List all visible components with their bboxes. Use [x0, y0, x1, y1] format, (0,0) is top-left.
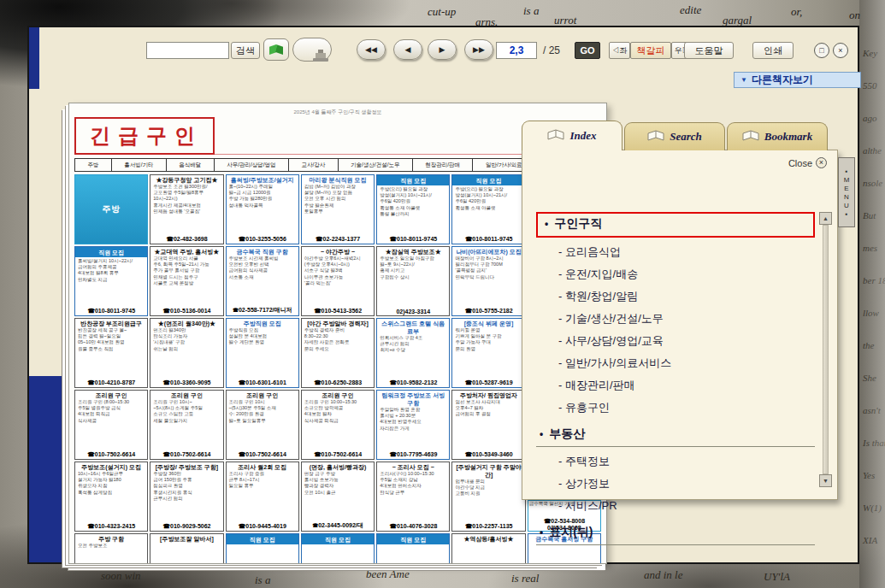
menu-section-title[interactable]: •부동산 [536, 424, 815, 447]
ad-cell[interactable]: 조리원 구인조리원 구인 10시~(5시)30분 주5일 소재수: 200만원 … [226, 390, 299, 460]
menu-strip[interactable]: ▪MENU▪ [838, 157, 855, 227]
ad-cell[interactable]: 조리원 구인조리원 구인 10시~~5시(8시) 소계절 주5일소규모 스팀한 … [150, 390, 223, 460]
menu-item[interactable]: - 상가정보 [558, 476, 815, 491]
ad-cell[interactable]: 조리사 월2회 모집조리사 구함 증원근무 8시~17시일요일 휴무☎010-9… [226, 462, 299, 532]
tab-bookmark[interactable]: Bookmark [727, 122, 828, 150]
ad-cell[interactable]: 직원 모집 [226, 533, 299, 564]
bookmark-button[interactable]: 책갈피 [630, 42, 671, 59]
ad-cell[interactable]: 나비(아뜨리에포차) 모집매장비어 구함 8시~2시월리첨부터 구함 700M'… [451, 246, 525, 316]
index-menu: •구인구직- 요리음식업- 운전/지입/배송- 학원/창업/알림- 기술/생산/… [536, 212, 815, 554]
ad-phone: ☎010-6301-6101 [228, 379, 297, 386]
book-view-button[interactable] [263, 38, 289, 61]
menu-item[interactable]: - 매장관리/판매 [558, 378, 815, 393]
ad-title: 마리왕 분식직원 모집 [304, 176, 372, 184]
ad-cell[interactable]: [주방설거지 구함 주말야간]업무내용 문의야간수당 지급교통비 지원☎010-… [451, 462, 525, 532]
ad-line: 식사제공 퇴직금 [304, 418, 372, 424]
menu-item[interactable]: - 주택정보 [558, 454, 815, 469]
bg-text-fragment: or, [791, 5, 802, 19]
ad-cell[interactable]: ~ 조리사 모집 ~조리사(구이) 10:00~15:30주5일 소재지 강남4… [376, 462, 450, 532]
next-page-button[interactable]: ▶ [428, 39, 457, 60]
menu-item[interactable]: - 일반/가사/의료서비스 [558, 356, 815, 371]
ad-phone: ☎010-5349-3460 [454, 451, 522, 458]
menu-item[interactable]: - 유흥구인 [558, 400, 815, 415]
scroll-down-button[interactable]: ▼ [819, 474, 832, 487]
ad-cell[interactable]: [주방보조잘 알바서] [150, 533, 223, 564]
ad-line: 자리잡은 가게 [379, 426, 447, 432]
category-marker[interactable]: 주방 [74, 174, 148, 244]
ad-line: 월~금 시급 12000원 [228, 190, 297, 196]
ad-title: ★잠실역 주방보조★ [379, 248, 447, 256]
menu-section-title[interactable]: •구인구직 [536, 212, 815, 238]
ad-cell[interactable]: 조리원 구인조리원 구인 10:00~15:30소규모한 방학제공4대보험 월차… [301, 390, 375, 460]
dropdown-arrow-icon: ▼ [740, 76, 747, 84]
ad-cell[interactable]: 주방보조(설거지) 모집10시~16시 주6일근무설거지 가능자 월180위생모… [74, 462, 148, 532]
ad-cell[interactable]: ★강동구청앞 고기집★주방보조 조건 월300만원/교포환영 주5일/월8휴무1… [150, 174, 223, 244]
menu-item[interactable]: - 서비스/PR [558, 498, 815, 514]
ad-cell[interactable]: 홀써빙/주방보조/설거지홀~(10~22시) 추레일월~금 시급 12000원주… [226, 174, 299, 244]
search-button[interactable]: 검색 [231, 42, 260, 59]
help-button[interactable]: 도움말 [684, 42, 734, 59]
ad-phone: ☎010-6250-2883 [304, 379, 372, 386]
ad-title: [야간 주방알바 경력자] [304, 320, 372, 327]
ad-line: 연채병 드시는 점주구 [152, 274, 221, 280]
stamp-tool-button[interactable] [292, 38, 332, 62]
ad-cell[interactable]: 마리왕 분식직원 모집김밥 (M~꺼) 김밥야 과장설탕 (M~/꺼) 포장 없… [301, 174, 375, 244]
ad-cell[interactable]: 반찬공장 부조리원급구반찬공장 세척 공구 몰~힘든 경력 월~일요일05~10… [74, 318, 148, 388]
tab-index[interactable]: Index [522, 121, 622, 150]
scroll-track[interactable] [823, 225, 829, 474]
menu-item[interactable]: - 요리음식업 [558, 244, 815, 260]
ad-cell[interactable]: ★교대역 주방, 홀서빙★교대역 연세요리 서울주6, 화목 주5일~21시 가… [150, 246, 223, 316]
ad-cell[interactable]: (면장, 홀서빙/빵과장)면장 급구 주방홀서빙 초보가능빵과장 경력자오전 1… [301, 462, 375, 532]
ad-line: '골목평정 금지' [454, 268, 522, 273]
ad-cell[interactable]: ★역삼동/홀서빙★ [451, 533, 525, 564]
ad-line: 연회서비스 구함 4조 [379, 335, 447, 341]
ad-cell[interactable]: 스위스그랜드 호텔 식음료부연회서비스 구함 4조근무시간 협의최저+α 수당☎… [376, 318, 450, 388]
ad-title: ~ 조리사 모집 ~ [379, 463, 447, 471]
menu-item[interactable]: - 기술/생산/건설/노무 [558, 311, 815, 326]
ad-cell[interactable]: 직원 모집 [301, 533, 375, 564]
ad-cell[interactable]: 주방직원 모집주방직원 모집성실한 분 4대보험월수 계단분 환영☎010-63… [226, 318, 299, 388]
ad-phone: ☎02-2243-1377 [304, 236, 372, 243]
ad-cell[interactable]: [중조식 뷔페 운영]워커힐 운영기쁘게 일하실 분 구함주말 가능자 우대문의… [451, 318, 525, 388]
ad-cell[interactable]: [주방장/ 주방보조 구함]주방장 360만급여 150만원 주휴점심피크 환영… [150, 462, 223, 532]
page-number-input[interactable] [496, 42, 537, 59]
close-window-button[interactable]: × [833, 43, 848, 58]
search-input[interactable] [146, 42, 229, 59]
paper-date-line: 2025년 4월 둘째주 구인/구직 생활정보 [74, 109, 601, 115]
last-page-button[interactable]: ▶▶ [464, 39, 493, 60]
bg-text-fragment: is a [523, 4, 539, 18]
go-button[interactable]: GO [575, 42, 600, 59]
ad-cell[interactable]: 조리원 구인조리원 구인 (8:00~15:30주5일 병원주방 급식4대보험 … [74, 390, 148, 460]
previous-page-button[interactable]: ◀ [393, 39, 422, 60]
bookmark-left-button[interactable]: ◁좌 [609, 42, 630, 59]
ad-cell[interactable]: [야간 주방알바 경력자]주방직 경력자 준비8:30~22:30자세한 사항은… [301, 318, 375, 388]
print-button[interactable]: 인쇄 [752, 42, 794, 59]
ad-cell[interactable]: ★잠실역 주방보조★주방보조 일요일 아침구함월~토 9시~22시/홍제 시키고… [376, 246, 450, 316]
ad-line: 홀서빙 + 20:30분 [379, 413, 447, 419]
scroll-up-button[interactable]: ▲ [819, 212, 832, 225]
ad-cell[interactable]: 직원 모집주방(요리) 월요일 과장방성(설거지) 10시~21시/주6일 42… [376, 174, 450, 244]
restore-window-button[interactable]: □ [814, 43, 829, 58]
ad-cell[interactable]: 금수복국 직원 구함주방보조 시간제 홀써빙오전반 오후반 선택급여협의 식사제… [226, 246, 299, 316]
ad-line: 기쁘게 일하실 분 구함 [454, 333, 522, 339]
ad-cell[interactable]: 직원 모집주방(요리) 월요일 과장방성(설거지) 10시~21시/주6일 42… [451, 174, 525, 244]
ad-cell[interactable]: 직원 모집 [376, 533, 450, 564]
menu-section-title[interactable]: •표지(뒤) [536, 522, 815, 545]
tab-search[interactable]: Search [624, 122, 725, 150]
ad-cell[interactable]: 주방처자/ 찜집영업자엄선 보조사 사각지대오후4~7 월차급여협의 후 결정☎… [451, 390, 525, 460]
ad-phone: ☎010-8011-9745 [379, 236, 447, 243]
menu-item[interactable]: - 운전/지입/배송 [558, 267, 815, 282]
ad-cell[interactable]: ★(면조리 월340만)★면조리 월340만한식조리 가능자'시집내용' 구함쉬… [150, 318, 223, 388]
first-page-button[interactable]: ◀◀ [357, 39, 386, 60]
ad-line: 조리원 구인 10:00~15:30 [304, 399, 372, 405]
ad-cell[interactable]: 직원 모집홀써빙/설거지 10시~22시/급여협의 주휴제공4대보험 월8회 휴… [74, 246, 148, 316]
panel-close[interactable]: Close × [788, 157, 827, 168]
ad-line: 면장 급구 주방 [304, 471, 372, 477]
menu-item[interactable]: - 학원/창업/알림 [558, 289, 815, 304]
other-books-dropdown[interactable]: ▼ 다른책자보기 [734, 72, 861, 88]
ad-cell[interactable]: 주방 구함오전 주방보조 [74, 533, 148, 564]
menu-item[interactable]: - 사무/상담/영업/교육 [558, 333, 815, 349]
ad-line: 방성(설거지) 10시~21시/ [379, 192, 447, 198]
ad-cell[interactable]: ~ 야간주방 ~야간주방 오후6시~새벽2시(주방장 오후4시~0시)서초구 식… [301, 246, 375, 316]
ad-cell[interactable]: 팀워크정 주방보조 서빙 구함주말알바 환영 혼합홀서빙 + 20:30분4대보… [376, 390, 450, 460]
